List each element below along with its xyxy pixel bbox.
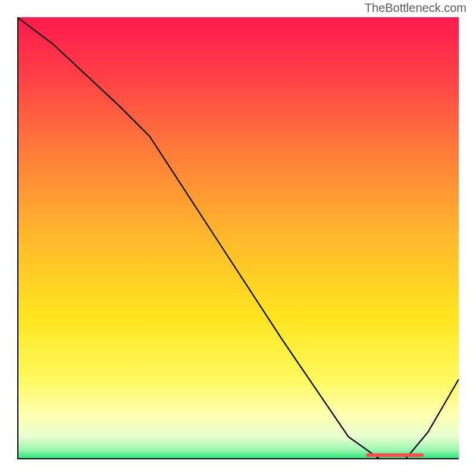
svg-rect-0	[17, 17, 459, 459]
optimal-range-marker	[366, 453, 423, 457]
plot-area	[17, 17, 459, 459]
chart-container: TheBottleneck.com	[0, 0, 476, 476]
attribution-text: TheBottleneck.com	[365, 1, 466, 15]
background-gradient	[17, 17, 459, 459]
y-axis	[17, 17, 18, 459]
x-axis	[17, 458, 459, 459]
